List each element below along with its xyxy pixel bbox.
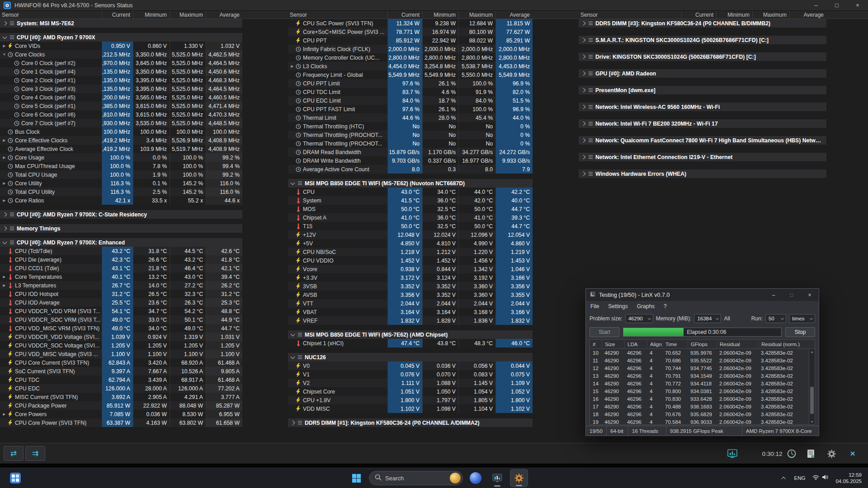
sensor-row[interactable]: ▶Core VIDs0.950 V0.860 V1.330 V1.032 V [0,42,242,50]
scroll-up-icon[interactable]: ▲ [809,349,815,354]
sensor-row[interactable]: +12V12.048 V12.024 V12.096 V12.054 V [288,230,533,239]
sensor-group-header[interactable]: MSI MPG B850 EDGE TI WIFI (MS-7E62) (AMD… [288,330,533,339]
sensor-row[interactable]: CPU (Tctl/Tdie)43.2 °C31.8 °C44.5 °C42.6… [0,247,242,255]
result-row[interactable]: 114629046296470.686935.55222.060042e-093… [590,357,815,364]
sensor-row[interactable]: ▶Core Temperatures40.1 °C13.2 °C43.0 °C3… [0,272,242,281]
sensor-row[interactable]: AVSB3.356 V3.352 V3.360 V3.355 V [288,291,533,299]
sensor-row[interactable]: Core 6 Clock (perf #6)4,810.0 MHz3,615.0… [0,110,242,119]
sensor-group-header[interactable]: CPU [#0]: AMD Ryzen 7 9700X [0,33,242,42]
sensor-row[interactable]: 3VSB3.352 V3.352 V3.360 V3.356 V [288,282,533,291]
sensor-group-header[interactable]: Windows Hardware Errors (WHEA) [579,169,826,178]
sensor-row[interactable]: ▶Core Ratios42.1 x33.5 x55.2 x44.6 x [0,196,242,205]
sensor-group-header[interactable]: CPU [#0]: AMD Ryzen 7 9700X: Enhanced [0,238,242,247]
sensor-row[interactable]: CPU EDC Limit84.0 %18.7 %84.0 %51.5 % [288,96,533,105]
sensor-row[interactable]: CPU VDDCR_VDD VRM (SVI3 T...54.1 °C34.7 … [0,307,242,315]
result-row[interactable]: 174629046296470.488938.16832.060042e-093… [590,403,815,410]
clock-button[interactable] [785,447,798,460]
sensor-group-header[interactable]: S.M.A.R.T.: KINGSTON SKC3000S1024G (5002… [579,36,826,44]
app-icon-1[interactable] [467,469,485,487]
sensor-group-header[interactable]: Network: Qualcomm FastConnect 7800 Wi-Fi… [579,136,826,145]
sensor-row[interactable]: CPU PPT Limit97.6 %26.1 %100.0 %96.9 % [288,79,533,88]
all-label[interactable]: All [724,315,730,322]
sensor-row[interactable]: VTT2.044 V2.044 V2.044 V2.044 V [288,299,533,308]
nav-swap-columns-button[interactable]: ⇄ [4,446,24,461]
result-row[interactable]: 154629046296470.800934.03812.060042e-093… [590,387,815,395]
sensor-row[interactable]: CPU VDDCR_SOC Voltage (SVI...1.205 V1.20… [0,341,242,350]
sensor-row[interactable]: Total CPU Utility116.3 %2.5 %145.2 %116.… [0,188,242,196]
language-indicator[interactable]: ENG [792,475,808,481]
close-button[interactable]: × [847,0,868,10]
sensor-row[interactable]: Average Active Core Count8.00.38.07.9 [288,165,533,174]
sensor-row[interactable]: Core 7 Clock (perf #7)3,930.0 MHz3,535.0… [0,119,242,127]
run-unit-select[interactable]: times [789,314,815,323]
sensor-row[interactable]: Core 3 Clock (perf #3)4,135.0 MHz3,395.0… [0,84,242,93]
sensor-row[interactable]: Core 4 Clock (perf #5)4,200.0 MHz3,565.0… [0,93,242,102]
toolbar-close-button[interactable]: × [846,447,859,460]
result-row[interactable]: 184629046296470.676935.68292.060042e-093… [590,410,815,418]
sensor-group-header[interactable]: DDR5 DIMM [#3]: Kingston KF580C36-24 (P0… [579,19,826,28]
sensor-row[interactable]: System41.5 °C36.0 °C42.0 °C40.0 °C [288,196,533,205]
run-count-select[interactable]: 50 [765,314,786,323]
start-button[interactable]: Start [590,327,619,337]
sensor-row[interactable]: ▶L3 Clocks4,454.0 MHz3,254.8 MHz5,538.7 … [288,62,533,70]
sensor-row[interactable]: CPU VDDCR_VDD Voltage (SVI...1.039 V0.92… [0,333,242,341]
sensor-row[interactable]: ▼Core Clocks4,212.5 MHz3,350.0 MHz5,525.… [0,50,242,59]
sensor-row[interactable]: CPU VDD_MISC Voltage (SVI3 ...1.100 V1.1… [0,350,242,358]
sensor-row[interactable]: ▶Core Effective Clocks4,419.2 MHz3.4 MHz… [0,136,242,145]
settings-gear-button[interactable] [825,447,838,460]
sensor-row[interactable]: MISC Current (SVI3 TFN)3.692 A2.905 A4.2… [0,393,242,401]
sensor-row[interactable]: CPU43.0 °C34.0 °C44.0 °C42.2 °C [288,188,533,196]
sensor-row[interactable]: +5V4.850 V4.810 V4.990 V4.860 V [288,239,533,248]
sensor-group-header[interactable]: NUC126 [288,353,533,361]
sensor-row[interactable]: Max CPU/Thread Usage100.0 %7.8 %100.0 %9… [0,162,242,170]
hwinfo-titlebar[interactable]: HWiNFO® 64 Pro v8.24-5700 - Sensors Stat… [0,0,868,11]
sensor-row[interactable]: CPU EDC126.000 A28.000 A126.000 A77.202 … [0,384,242,393]
sensor-row[interactable]: Core 1 Clock (perf #4)4,135.0 MHz3,350.0… [0,67,242,76]
sensor-row[interactable]: CPU VDD_MISC VRM (SVI3 TFN)49.0 °C34.0 °… [0,324,242,333]
sensor-row[interactable]: SoC Current (SVI3 TFN)9.397 A7.667 A10.5… [0,367,242,375]
problem-size-select[interactable]: 46290 [625,314,653,323]
sensor-row[interactable]: Core 0 Clock (perf #2)3,970.0 MHz3,645.0… [0,59,242,67]
sensor-row[interactable]: ▶Core Powers7.085 W0.036 W8.530 W6.955 W [0,410,242,418]
sensor-group-header[interactable]: Network: Intel Wi-Fi 7 BE200 320MHz - Wi… [579,119,826,128]
app-icon-monitor[interactable] [488,469,506,487]
result-row[interactable]: 194629046296470.584936.90332.060042e-093… [590,418,815,425]
search-box[interactable]: Search [369,471,463,485]
menu-file[interactable]: File [590,303,599,310]
sensor-group-header[interactable]: Memory Timings [0,224,242,233]
result-row[interactable]: 124629046296470.744934.77452.060042e-093… [590,364,815,372]
sensor-row[interactable]: V00.045 V0.036 V0.056 V0.044 V [288,361,533,370]
network-volume-tray[interactable] [810,474,831,482]
result-row[interactable]: 144629046296470.772934.41182.060042e-093… [590,380,815,387]
sensor-row[interactable]: CPU Core Current (SVI3 TFN)62.843 A3.420… [0,358,242,367]
sensor-row[interactable]: VREF1.832 V1.828 V1.836 V1.832 V [288,316,533,325]
result-row[interactable]: 164629046296470.830933.64282.060042e-093… [590,395,815,403]
sensor-group-header[interactable]: GPU [#0]: AMD Radeon [579,69,826,78]
sensor-row[interactable]: CPU CCD1 (Tdie)43.1 °C21.8 °C46.4 °C42.1… [0,264,242,272]
sensor-group-header[interactable]: System: MSI MS-7E62 [0,19,242,28]
sensor-row[interactable]: Infinity Fabric Clock (FCLK)2,000.0 MHz2… [288,45,533,53]
result-row[interactable]: 134629046296470.791934.15492.060042e-093… [590,372,815,380]
sensor-row[interactable]: CPU Die (average)42.3 °C26.6 °C43.2 °C41… [0,255,242,264]
linx-close-button[interactable]: × [801,289,819,301]
sensor-row[interactable]: +3.3V3.172 V3.124 V3.192 V3.166 V [288,273,533,282]
sensor-row[interactable]: CPU IOD Hotspot31.2 °C26.5 °C32.3 °C31.2… [0,290,242,298]
sensor-row[interactable]: ▶L3 Temperatures26.7 °C14.0 °C27.2 °C26.… [0,281,242,290]
menu-graphs[interactable]: Graphs [637,303,655,310]
hwinfo-taskbar-icon[interactable] [510,469,528,487]
sensor-row[interactable]: CPU Package Power85.912 W22.922 W88.048 … [0,401,242,410]
sensor-row[interactable]: ▶Core Utility116.3 %0.1 %145.2 %116.0 % [0,179,242,188]
sensor-row[interactable]: CPU SoC Power (SVI3 TFN)11.324 W9.238 W1… [288,19,533,28]
sensor-row[interactable]: CPU NB/SoC1.218 V1.212 V1.220 V1.219 V [288,248,533,256]
sensor-row[interactable]: Thermal Throttling (PROCHOT...NoNoNo0 % [288,131,533,139]
sensor-row[interactable]: CPU IOD Average25.5 °C23.6 °C26.3 °C25.3… [0,298,242,307]
sensor-row[interactable]: Frequency Limit - Global5,549.9 MHz5,549… [288,70,533,79]
menu-settings[interactable]: Settings [608,303,627,310]
sensor-row[interactable]: VBAT3.164 V3.164 V3.168 V3.166 V [288,308,533,316]
results-scrollbar[interactable]: ▲ ▼ [809,349,815,424]
scroll-down-icon[interactable]: ▼ [809,419,815,424]
sensor-row[interactable]: ▶Core Usage100.0 %0.0 %100.0 %99.2 % [0,153,242,162]
minimize-button[interactable]: – [806,0,826,10]
sensor-row[interactable]: Chipset Core1.051 V1.050 V1.054 V1.052 V [288,387,533,396]
sensor-group-header[interactable]: PresentMon [dwm.exe] [579,86,826,94]
